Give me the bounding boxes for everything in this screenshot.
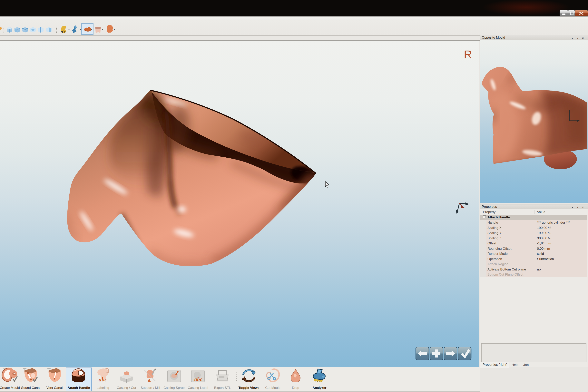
svg-text:Support / Mill: Support / Mill bbox=[140, 386, 160, 390]
svg-text:R: R bbox=[464, 48, 472, 61]
svg-text:Attach Handle: Attach Handle bbox=[68, 386, 90, 390]
svg-text:Vent Canal: Vent Canal bbox=[46, 386, 62, 390]
svg-text:Sound Canal: Sound Canal bbox=[21, 386, 40, 390]
svg-text:Labeling: Labeling bbox=[97, 386, 109, 390]
svg-text:Export STL: Export STL bbox=[214, 386, 231, 390]
svg-text:abc: abc bbox=[98, 376, 107, 382]
svg-text:Cut Mould: Cut Mould bbox=[265, 386, 280, 390]
svg-text:Create Mould: Create Mould bbox=[0, 386, 20, 390]
svg-text:Analyzer: Analyzer bbox=[312, 386, 326, 390]
svg-text:Toggle Views: Toggle Views bbox=[238, 386, 259, 390]
svg-text:Casting / Cut: Casting / Cut bbox=[117, 386, 136, 390]
svg-text:Casting Sprue: Casting Sprue bbox=[164, 386, 185, 390]
svg-text:abc: abc bbox=[194, 376, 202, 382]
svg-text:Drop: Drop bbox=[292, 386, 299, 390]
svg-text:Casting Label: Casting Label bbox=[188, 386, 208, 390]
